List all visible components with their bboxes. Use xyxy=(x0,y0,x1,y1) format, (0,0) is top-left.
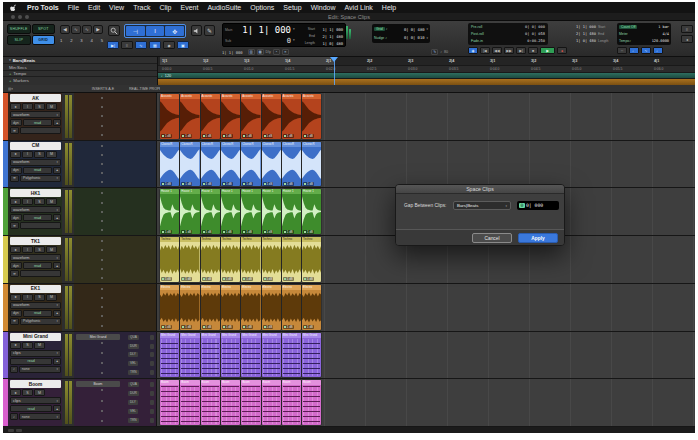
insert-slot[interactable] xyxy=(101,115,103,117)
clip-house-1[interactable]: House 11 dB xyxy=(180,189,199,234)
insert-slot[interactable] xyxy=(101,352,103,354)
insert-slot[interactable] xyxy=(101,420,103,422)
track-view-selector[interactable]: clips▾ xyxy=(10,397,61,404)
timebase-icon[interactable]: ▴ xyxy=(53,405,61,412)
track-view-selector[interactable]: waveform▾ xyxy=(10,159,61,166)
solo-button[interactable]: S xyxy=(34,103,45,110)
mute-button[interactable]: M xyxy=(46,198,57,205)
track-list-icon[interactable]: ▤▾ xyxy=(8,87,13,91)
rtp-dur[interactable]: DUR xyxy=(128,344,139,349)
input-monitor-button[interactable]: I xyxy=(22,198,33,205)
clip-boom[interactable]: Boom xyxy=(201,380,220,425)
gap-value-field[interactable]: 0 0| 000 xyxy=(517,201,559,210)
clip-techno[interactable]: Techno1 dB xyxy=(282,237,301,282)
transport-length-value[interactable]: 1| 0| 480 xyxy=(571,39,596,43)
timer-icon[interactable]: ◔ xyxy=(273,49,280,55)
clip-mini-grand[interactable]: Mini Grand xyxy=(221,333,240,378)
selection-start-value[interactable]: 1| 1| 000 xyxy=(317,27,343,32)
clip-gain-badge[interactable]: 1 dB xyxy=(161,230,172,234)
link-track-button[interactable]: ▦ xyxy=(149,41,161,49)
input-monitor-button[interactable]: I xyxy=(22,103,33,110)
clip-gain-badge[interactable]: 1 dB xyxy=(242,325,253,329)
clip-mini-grand[interactable]: Mini Grand xyxy=(282,333,301,378)
track-name[interactable]: EK1 xyxy=(10,285,61,293)
zoomer-tool-button[interactable] xyxy=(108,25,120,36)
record-enable-button[interactable]: ● xyxy=(10,342,21,349)
clip-gain-badge[interactable]: 1 dB xyxy=(263,182,274,186)
insert-slot[interactable] xyxy=(101,400,103,402)
automation-mode-selector[interactable]: read xyxy=(23,119,52,126)
clip-acoustic[interactable]: Acoustic1 dB xyxy=(160,94,179,139)
record-button[interactable]: ● xyxy=(557,47,567,54)
scrubber-tool-button[interactable] xyxy=(191,25,202,36)
rtp-vel[interactable]: VEL xyxy=(128,409,138,414)
insertion-follows-button[interactable]: ◆ xyxy=(163,41,175,49)
conductor-button[interactable]: ♩ xyxy=(653,47,663,54)
postroll-value[interactable]: 0| 0| 058 xyxy=(525,32,545,36)
input-monitor-button[interactable]: I xyxy=(22,151,33,158)
selection-length-value[interactable]: 1| 0| 480 xyxy=(317,41,343,46)
insert-slot[interactable] xyxy=(101,372,103,374)
insert-slot[interactable] xyxy=(101,342,103,344)
zoom-preset-3[interactable]: 3 xyxy=(80,38,82,43)
insert-slot[interactable] xyxy=(101,202,103,204)
track-view-selector[interactable]: waveform▾ xyxy=(10,302,61,309)
clip-gain-badge[interactable]: 1 dB xyxy=(242,277,253,281)
clip-gain-badge[interactable]: 1 dB xyxy=(263,134,274,138)
zoom-in-icon[interactable]: ▶ xyxy=(93,25,103,34)
rtp-qua[interactable]: QUA xyxy=(128,382,139,387)
clip-acoustic[interactable]: Acoustic1 dB xyxy=(241,94,260,139)
clip-gain-badge[interactable]: 1 dB xyxy=(181,277,192,281)
dialog-title[interactable]: Space Clips xyxy=(396,185,564,194)
patch-selector[interactable]: none▾ xyxy=(19,413,61,420)
transport-start-value[interactable]: 1| 1| 000 xyxy=(571,25,596,29)
clip-classicr[interactable]: ClassicR1 dB xyxy=(241,142,260,187)
clip-classicr[interactable]: ClassicR1 dB xyxy=(282,142,301,187)
sub-counter-value[interactable]: 0 xyxy=(249,37,291,45)
clip-techno[interactable]: Techno1 dB xyxy=(241,237,260,282)
clip-acoustic[interactable]: Acoustic1 dB xyxy=(221,94,240,139)
tempo-ruler-label[interactable]: Tempo xyxy=(13,71,26,76)
clip-gain-badge[interactable]: 1 dB xyxy=(303,325,314,329)
add-marker-icon[interactable]: + xyxy=(9,78,11,83)
rtp-dly[interactable]: DLY xyxy=(128,352,138,357)
automation-mode-selector[interactable]: read xyxy=(23,262,52,269)
rtp-vel[interactable]: VEL xyxy=(128,361,138,366)
clip-electro[interactable]: Electro1 dB xyxy=(262,285,281,330)
online-button[interactable]: ◉ xyxy=(468,47,478,54)
insert-slot[interactable] xyxy=(101,229,103,231)
clip-gain-badge[interactable]: 1 dB xyxy=(283,230,294,234)
record-enable-button[interactable]: ● xyxy=(10,389,21,396)
clip-gain-badge[interactable]: 1 dB xyxy=(161,182,172,186)
clip-classicr[interactable]: ClassicR1 dB xyxy=(201,142,220,187)
record-enable-button[interactable]: ● xyxy=(10,198,21,205)
clip-gain-badge[interactable]: 1 dB xyxy=(222,325,233,329)
menu-edit[interactable]: Edit xyxy=(88,4,100,11)
window-title-bar[interactable]: Edit: Space Clips xyxy=(3,13,695,21)
insert-slot[interactable] xyxy=(101,240,103,242)
clip-gain-badge[interactable]: 1 dB xyxy=(242,134,253,138)
clip-techno[interactable]: Techno1 dB xyxy=(221,237,240,282)
elastic-audio-selector[interactable]: Polyphonic▾ xyxy=(20,175,61,182)
elastic-audio-icon[interactable]: ≋ xyxy=(10,127,19,134)
insert-slot[interactable] xyxy=(101,134,103,136)
menu-clip[interactable]: Clip xyxy=(159,4,171,11)
clip-gain-badge[interactable]: 1 dB xyxy=(181,134,192,138)
track-lane[interactable]: Electro1 dBElectro1 dBElectro1 dBElectro… xyxy=(157,284,695,331)
elastic-audio-selector[interactable] xyxy=(20,127,61,134)
clip-gain-badge[interactable]: 1 dB xyxy=(283,182,294,186)
insert-slot[interactable] xyxy=(101,211,103,213)
timebase-icon[interactable]: ▴ xyxy=(53,167,61,174)
clip-gain-badge[interactable]: 1 dB xyxy=(303,134,314,138)
ruler-lanes[interactable]: 1|11|21|31|42|12|22|32|43|13|23|33|44|14… xyxy=(158,57,695,85)
clip-gain-badge[interactable]: 1 dB xyxy=(181,325,192,329)
insert-slot[interactable] xyxy=(101,97,103,99)
grid-value[interactable]: 0| 0| 480 xyxy=(404,27,425,32)
clip-acoustic[interactable]: Acoustic1 dB xyxy=(302,94,321,139)
rtp-trn[interactable]: TRN xyxy=(128,370,139,375)
clip-house-1[interactable]: House 11 dB xyxy=(282,189,301,234)
gap-value-rest[interactable]: 0| 000 xyxy=(526,203,543,208)
clip-gain-badge[interactable]: 1 dB xyxy=(242,182,253,186)
clip-classicr[interactable]: ClassicR1 dB xyxy=(221,142,240,187)
insert-slot[interactable] xyxy=(101,181,103,183)
